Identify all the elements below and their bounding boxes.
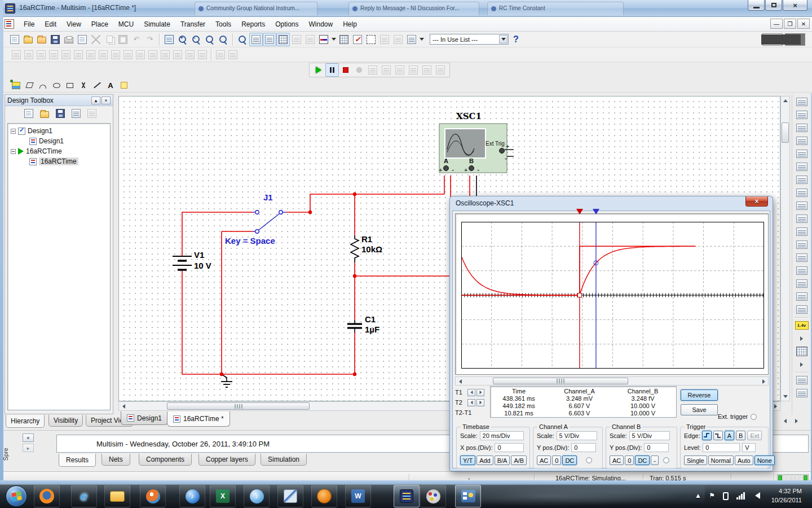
tab-hierarchy[interactable]: Hierarchy bbox=[6, 415, 45, 428]
agilent-oscilloscope-button[interactable] bbox=[794, 290, 810, 303]
pause-button[interactable] bbox=[325, 63, 339, 77]
background-browser-tab[interactable]: Reply to Message - NI Discussion For... bbox=[348, 2, 479, 15]
channel-a-ypos-field[interactable]: 0 bbox=[571, 443, 596, 452]
place-basic-button[interactable] bbox=[23, 49, 35, 61]
panel-close-button[interactable]: × bbox=[102, 97, 111, 104]
full-screen-button[interactable] bbox=[162, 33, 176, 46]
trigger-source-a-button[interactable]: A bbox=[725, 431, 734, 440]
place-analog-button[interactable] bbox=[60, 49, 72, 61]
channel-a-ac-button[interactable]: AC bbox=[537, 456, 551, 465]
t1-left-arrow-button[interactable] bbox=[467, 389, 475, 396]
timebase-scale-field[interactable]: 20 ms/Div bbox=[480, 431, 524, 440]
close-button[interactable]: × bbox=[783, 0, 807, 11]
network-analyzer-button[interactable] bbox=[794, 264, 810, 277]
design-toolbox-toggle-button[interactable] bbox=[249, 33, 263, 46]
new-button[interactable] bbox=[8, 33, 21, 46]
canvas-v-scrollbar[interactable] bbox=[780, 96, 790, 401]
doc-tab-16arctime[interactable]: 16aRCTime * bbox=[167, 411, 230, 427]
t1-right-arrow-button[interactable] bbox=[476, 389, 484, 396]
oscilloscope-window[interactable]: Oscilloscope-XSC1 × 1 2 T1 T2 bbox=[449, 196, 773, 471]
tab-copper-layers[interactable]: Copper layers bbox=[198, 454, 255, 466]
menu-options[interactable]: Options bbox=[270, 18, 303, 30]
taskbar-internet-explorer[interactable]: e bbox=[71, 485, 97, 507]
iv-analyzer-button[interactable] bbox=[794, 225, 810, 238]
taskbar-clock[interactable]: 4:32 PM 10/26/2011 bbox=[771, 487, 802, 505]
volume-speaker-icon[interactable] bbox=[755, 492, 760, 499]
cursor-1-handle[interactable]: 1 bbox=[576, 214, 583, 221]
export-button[interactable] bbox=[405, 33, 418, 46]
menu-place[interactable]: Place bbox=[86, 18, 113, 30]
place-transistor-button[interactable] bbox=[47, 49, 60, 61]
channel-b-scale-field[interactable]: 5 V/Div bbox=[629, 431, 670, 440]
tab-nets[interactable]: Nets bbox=[102, 454, 130, 466]
toolbox-properties-button[interactable] bbox=[70, 107, 82, 120]
spectrum-analyzer-button[interactable] bbox=[794, 251, 810, 264]
taskbar-word[interactable]: W bbox=[345, 485, 371, 507]
scroll-down-arrow[interactable] bbox=[781, 392, 790, 401]
menu-help[interactable]: Help bbox=[338, 18, 362, 30]
run-button[interactable] bbox=[312, 63, 325, 77]
electrical-rules-check-button[interactable]: ✓ bbox=[351, 33, 364, 46]
h-scroll-thumb[interactable] bbox=[167, 402, 310, 410]
j1-key-label[interactable]: Key = Space bbox=[225, 236, 275, 246]
place-text-button[interactable]: A bbox=[104, 78, 117, 92]
place-mixed-button[interactable] bbox=[109, 49, 122, 61]
save-scope-button[interactable]: Save bbox=[681, 404, 718, 415]
measurement-probe-button[interactable]: 1.4v bbox=[794, 319, 810, 332]
menu-window[interactable]: Window bbox=[304, 18, 338, 30]
taskbar-windows-explorer[interactable] bbox=[104, 485, 130, 507]
place-rectangle-button[interactable] bbox=[63, 78, 77, 92]
place-ttl-button[interactable] bbox=[72, 49, 85, 61]
place-picture-button[interactable] bbox=[9, 78, 23, 92]
grapher-button[interactable] bbox=[317, 33, 330, 46]
ext-trigger-radio[interactable] bbox=[751, 414, 757, 420]
t2-left-arrow-button[interactable] bbox=[467, 399, 475, 406]
zoom-out-button[interactable]: - bbox=[189, 33, 203, 46]
timebase-xpos-field[interactable]: 0 bbox=[495, 443, 524, 452]
labview-dropdown[interactable] bbox=[794, 358, 810, 371]
distortion-analyzer-button[interactable] bbox=[794, 238, 810, 251]
mdi-restore-button[interactable]: ❐ bbox=[784, 19, 796, 29]
function-generator-button[interactable] bbox=[794, 108, 810, 121]
create-component-button[interactable] bbox=[290, 33, 303, 46]
c1-value-label[interactable]: 1µF bbox=[365, 325, 379, 334]
place-misc-button[interactable] bbox=[147, 49, 159, 61]
scope-scroll-thumb[interactable] bbox=[493, 378, 628, 384]
minimize-button[interactable] bbox=[748, 0, 765, 11]
run-to-cursor-button[interactable] bbox=[407, 63, 420, 77]
place-polygon-button[interactable] bbox=[23, 78, 36, 92]
scroll-left-arrow[interactable] bbox=[119, 402, 128, 410]
frequency-counter-button[interactable] bbox=[794, 173, 810, 186]
zoom-fit-button[interactable] bbox=[217, 33, 230, 46]
cut-button[interactable] bbox=[89, 33, 103, 46]
mdi-close-button[interactable]: ✕ bbox=[797, 19, 810, 29]
panel-collapse-button[interactable]: ▴ bbox=[91, 97, 100, 104]
spreadsheet-close-button[interactable]: × bbox=[23, 433, 34, 442]
tab-scroll-left[interactable] bbox=[780, 417, 789, 425]
step-out-button[interactable] bbox=[393, 63, 407, 77]
agilent-function-generator-button[interactable] bbox=[794, 277, 810, 290]
menu-file[interactable]: File bbox=[19, 18, 39, 30]
logic-converter-button[interactable] bbox=[794, 199, 810, 212]
mdi-minimize-button[interactable]: — bbox=[770, 19, 783, 29]
start-button[interactable] bbox=[6, 485, 27, 507]
area-capture-button[interactable] bbox=[364, 33, 378, 46]
grapher-dropdown[interactable] bbox=[330, 33, 337, 46]
paste-button[interactable] bbox=[116, 33, 130, 46]
taskbar-paint[interactable] bbox=[420, 485, 446, 507]
oscilloscope-h-scrollbar[interactable] bbox=[455, 376, 769, 386]
spreadsheet-expand-button[interactable]: ▸ bbox=[23, 444, 34, 452]
copy-button[interactable] bbox=[103, 33, 116, 46]
design-toolbox-header[interactable]: Design Toolbox ▴ × bbox=[5, 95, 113, 106]
trigger-source-b-button[interactable]: B bbox=[736, 431, 745, 440]
yt-mode-button[interactable]: Y/T bbox=[460, 456, 475, 465]
trigger-single-button[interactable]: Single bbox=[684, 456, 707, 465]
action-center-flag-icon[interactable]: ⚑ bbox=[709, 492, 715, 500]
pause-switch-button[interactable] bbox=[785, 33, 805, 46]
oscilloscope-button[interactable] bbox=[794, 134, 810, 147]
print-preview-button[interactable] bbox=[76, 33, 89, 46]
taskbar-firefox[interactable] bbox=[34, 485, 60, 507]
taskbar-itunes[interactable]: ♪ bbox=[179, 485, 205, 507]
taskbar-excel[interactable]: X bbox=[210, 485, 236, 507]
ni-elvis-button[interactable] bbox=[794, 374, 810, 387]
